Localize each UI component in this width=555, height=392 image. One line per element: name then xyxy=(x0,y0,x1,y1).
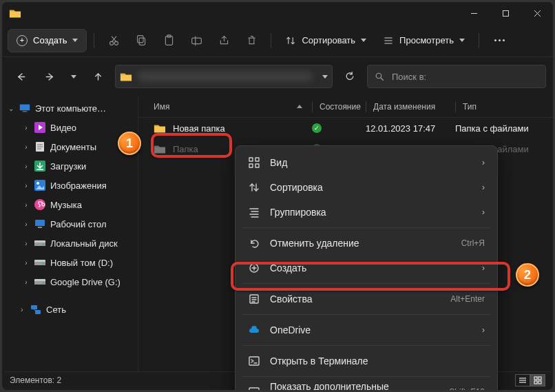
ctx-view[interactable]: Вид› xyxy=(235,150,497,175)
drive-icon xyxy=(34,276,46,287)
maximize-button[interactable] xyxy=(490,2,521,24)
svg-rect-56 xyxy=(255,164,259,167)
svg-rect-51 xyxy=(534,381,537,384)
refresh-button[interactable] xyxy=(338,65,362,88)
window-controls xyxy=(458,2,553,24)
folder-icon xyxy=(154,123,166,133)
tree-item-pictures[interactable]: ›Изображения xyxy=(2,176,138,195)
file-row[interactable]: Новая папка ✓ 12.01.2023 17:47 Папка с ф… xyxy=(138,118,553,138)
sync-status-icon: ✓ xyxy=(312,123,322,133)
music-icon xyxy=(34,199,46,210)
svg-rect-54 xyxy=(255,158,259,161)
ctx-create[interactable]: Создать› xyxy=(235,256,497,280)
ctx-onedrive[interactable]: OneDrive› xyxy=(235,318,497,342)
properties-icon xyxy=(248,293,260,305)
tree-item-desktop[interactable]: ›Рабочий стол xyxy=(2,214,138,234)
column-name[interactable]: Имя xyxy=(138,102,312,112)
chevron-right-icon: › xyxy=(482,158,485,167)
back-button[interactable] xyxy=(9,65,32,88)
more-button[interactable] xyxy=(486,39,513,41)
chevron-right-icon: › xyxy=(482,325,485,335)
svg-rect-68 xyxy=(249,357,259,365)
chevron-down-icon[interactable] xyxy=(322,75,328,79)
chevron-down-icon xyxy=(72,39,78,42)
chevron-right-icon: › xyxy=(482,207,485,217)
svg-rect-49 xyxy=(534,377,537,380)
chevron-down-icon xyxy=(361,39,366,42)
chevron-right-icon[interactable]: › xyxy=(23,182,30,189)
pc-icon xyxy=(19,103,31,114)
document-icon xyxy=(34,141,46,152)
menu-separator xyxy=(242,283,490,284)
paste-button[interactable] xyxy=(156,29,181,52)
tree-item-volume-d[interactable]: ›Новый том (D:) xyxy=(2,253,138,272)
ctx-more-options[interactable]: Показать дополнительные параметрыShift+F… xyxy=(235,380,497,392)
minimize-button[interactable] xyxy=(458,2,490,24)
menu-separator xyxy=(242,345,490,346)
cut-button[interactable] xyxy=(101,29,126,52)
chevron-right-icon[interactable]: › xyxy=(23,163,30,170)
file-type: Папка с файлами xyxy=(455,123,553,134)
chevron-right-icon[interactable]: › xyxy=(23,220,30,228)
chevron-right-icon[interactable]: › xyxy=(23,143,30,151)
address-bar[interactable] xyxy=(115,65,333,88)
delete-button[interactable] xyxy=(239,29,264,52)
chevron-right-icon[interactable]: › xyxy=(23,201,30,209)
new-button[interactable]: + Создать xyxy=(8,29,87,52)
share-button[interactable] xyxy=(211,29,236,52)
group-icon xyxy=(248,207,260,218)
chevron-right-icon[interactable]: › xyxy=(23,259,30,267)
tree-item-downloads[interactable]: ›Загрузки xyxy=(2,156,138,176)
ctx-undo-delete[interactable]: Отменить удалениеCtrl+Я xyxy=(235,231,497,256)
tree-item-local-disk[interactable]: ›Локальный диск xyxy=(2,234,138,253)
svg-point-36 xyxy=(43,244,44,245)
forward-button[interactable] xyxy=(38,65,61,88)
recent-locations-button[interactable] xyxy=(67,65,81,88)
more-options-icon xyxy=(248,386,260,392)
chevron-right-icon: › xyxy=(482,183,485,192)
details-view-button[interactable] xyxy=(515,374,530,386)
tree-item-music[interactable]: ›Музыка xyxy=(2,195,138,214)
menu-separator xyxy=(242,227,490,228)
plus-circle-icon xyxy=(248,262,260,274)
svg-rect-22 xyxy=(23,111,27,112)
column-state[interactable]: Состояние xyxy=(312,101,366,112)
picture-icon xyxy=(34,180,46,191)
svg-line-20 xyxy=(381,78,384,81)
view-button[interactable]: Просмотреть xyxy=(376,29,472,52)
svg-rect-32 xyxy=(35,220,45,226)
drive-icon xyxy=(34,257,46,268)
chevron-right-icon[interactable]: › xyxy=(19,306,25,313)
tree-network[interactable]: ›Сеть xyxy=(2,300,138,319)
tree-item-documents[interactable]: ›Документы xyxy=(2,137,138,156)
terminal-icon xyxy=(248,355,260,367)
svg-rect-53 xyxy=(249,158,253,161)
sort-button[interactable]: Сортировать xyxy=(278,29,373,52)
drive-icon xyxy=(34,238,46,249)
chevron-right-icon[interactable]: › xyxy=(23,278,30,286)
ctx-properties[interactable]: СвойстваAlt+Enter xyxy=(235,287,497,311)
copy-button[interactable] xyxy=(129,29,154,52)
shortcut-hint: Ctrl+Я xyxy=(461,238,485,248)
svg-rect-52 xyxy=(538,381,541,384)
rename-button[interactable] xyxy=(184,29,209,52)
search-input[interactable]: Поиск в: xyxy=(367,65,546,88)
chevron-down-icon[interactable]: ⌄ xyxy=(8,105,14,112)
tree-item-videos[interactable]: ›Видео xyxy=(2,118,138,137)
tree-item-google-drive[interactable]: ›Google Drive (G:) xyxy=(2,272,138,291)
column-date[interactable]: Дата изменения xyxy=(366,101,455,112)
file-name: Папка xyxy=(173,144,198,154)
ctx-group[interactable]: Группировка› xyxy=(235,200,497,225)
close-button[interactable] xyxy=(521,2,553,24)
file-name: Новая папка xyxy=(173,123,225,134)
chevron-right-icon[interactable]: › xyxy=(23,124,30,132)
ctx-terminal[interactable]: Открыть в Терминале xyxy=(235,349,497,373)
chevron-right-icon[interactable]: › xyxy=(23,240,30,247)
tree-this-pc[interactable]: ⌄ Этот компьюте… xyxy=(2,99,138,118)
separator xyxy=(271,33,271,48)
icons-view-button[interactable] xyxy=(530,374,545,386)
navigation-bar: Поиск в: xyxy=(2,57,553,96)
ctx-sort[interactable]: Сортировка› xyxy=(235,175,497,200)
column-type[interactable]: Тип xyxy=(455,101,553,112)
up-button[interactable] xyxy=(86,65,109,88)
